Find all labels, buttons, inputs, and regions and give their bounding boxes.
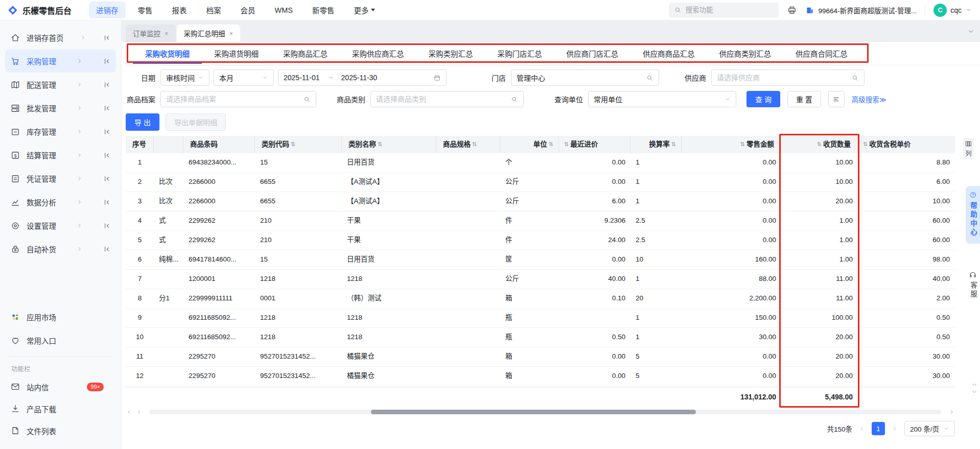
- scroll-up-icon[interactable]: [971, 381, 978, 388]
- scrollbar-track[interactable]: [149, 410, 941, 414]
- unit-select[interactable]: 常用单位: [588, 91, 736, 107]
- table-row[interactable]: 9 69211685092... 1218 1218 瓶 1 150.00: [126, 309, 955, 328]
- product-input[interactable]: [166, 95, 303, 103]
- tab-order-monitor[interactable]: 订单监控 ×: [126, 25, 176, 42]
- collapse-sidebar-icon[interactable]: [103, 222, 111, 230]
- category-field[interactable]: [370, 91, 524, 107]
- topbar-menu-item[interactable]: 进销存: [89, 2, 126, 18]
- column-settings-button[interactable]: 列: [963, 138, 974, 159]
- query-button[interactable]: 查 询: [746, 91, 780, 107]
- collapse-sidebar-icon[interactable]: [103, 57, 111, 65]
- sidebar-item[interactable]: 批发管理: [5, 97, 116, 120]
- sidebar-item[interactable]: 凭证管理: [5, 167, 116, 190]
- subtab[interactable]: 采购门店汇总: [485, 43, 554, 64]
- column-header[interactable]: ⇅ 零售金额: [682, 136, 781, 153]
- sort-icon[interactable]: ⇅: [671, 136, 676, 153]
- period-select[interactable]: 本月: [214, 69, 274, 86]
- table-row[interactable]: 2 比次 2266000 6655 【A测试A】 公斤 0.00 1 0.00: [126, 173, 955, 192]
- date-range-picker[interactable]: 2025-11-01 2025-11-30: [278, 69, 447, 86]
- table-row[interactable]: 8 分1 229999911111 0001 （韩）测试 箱 0.10 20 2…: [126, 289, 955, 309]
- table-row[interactable]: 11 2295270 9527015231452... 橘猫果仓 箱 0.00 …: [126, 347, 955, 367]
- help-center-tab[interactable]: 帮助中心: [966, 186, 980, 244]
- column-header[interactable]: 商品规格 ⇅: [436, 136, 500, 153]
- sort-icon[interactable]: ⇅: [472, 136, 477, 153]
- store-field[interactable]: [511, 69, 659, 86]
- sidebar-item[interactable]: 数据分析: [5, 191, 116, 214]
- collapse-sidebar-icon[interactable]: [103, 151, 111, 159]
- scroll-down-icon[interactable]: [971, 388, 978, 395]
- calendar-icon[interactable]: [433, 74, 441, 82]
- scroll-left-icon[interactable]: [126, 409, 132, 415]
- subtab[interactable]: 采购商品汇总: [271, 43, 340, 64]
- sidebar-item[interactable]: 文件列表: [5, 420, 116, 441]
- collapse-sidebar-icon[interactable]: [103, 198, 111, 206]
- subtab[interactable]: 供应商类别汇总: [707, 43, 784, 64]
- column-header[interactable]: 类别名称 ⇅: [342, 136, 436, 153]
- search-icon[interactable]: [510, 96, 518, 103]
- collapse-sidebar-icon[interactable]: [103, 34, 111, 42]
- sidebar-item[interactable]: 采购管理: [5, 50, 116, 73]
- sort-icon[interactable]: ⇅: [291, 136, 295, 153]
- filter-settings-button[interactable]: [828, 91, 845, 107]
- collapse-sidebar-icon[interactable]: [103, 104, 111, 112]
- search-icon[interactable]: [851, 74, 859, 82]
- column-header[interactable]: 商品条码: [183, 136, 255, 153]
- sort-icon[interactable]: ⇅: [564, 136, 569, 153]
- reset-button[interactable]: 重 置: [787, 91, 821, 107]
- advanced-search-link[interactable]: 高级搜索≫: [852, 94, 886, 104]
- category-input[interactable]: [376, 95, 510, 103]
- collapse-sidebar-icon[interactable]: [103, 128, 111, 136]
- sidebar-item[interactable]: 自动补货: [5, 238, 116, 261]
- table-row[interactable]: 7 1200001 1218 1218 公斤 40.00 1 88.00 1: [126, 270, 955, 289]
- subtab[interactable]: 供应商门店汇总: [554, 43, 631, 64]
- customer-service-button[interactable]: 客服: [966, 271, 979, 299]
- export-button[interactable]: 导 出: [126, 113, 159, 131]
- global-search-input[interactable]: [685, 6, 762, 14]
- table-row[interactable]: 1 69438234000... 15 日用百货 个 0.00 1 0.00: [126, 153, 955, 173]
- collapse-sidebar-icon[interactable]: [103, 175, 111, 183]
- table-row[interactable]: 3 比次 2266000 6655 【A测试A】 公斤 6.00 1 0.00: [126, 192, 955, 211]
- topbar-menu-item[interactable]: 零售: [131, 2, 160, 18]
- column-header[interactable]: ⇅ 最近进价: [559, 136, 631, 153]
- page-size-select[interactable]: 200 条/页: [904, 421, 955, 436]
- subtab[interactable]: 采购收货明细: [133, 43, 202, 64]
- collapse-sidebar-icon[interactable]: [103, 81, 111, 89]
- sort-icon[interactable]: ⇅: [863, 136, 868, 153]
- table-row[interactable]: 13 2295270 9527015231452... 橘猫果仓 箱 0.00 …: [126, 386, 955, 387]
- sidebar-item[interactable]: 产品下载: [5, 398, 116, 419]
- user-menu[interactable]: C cqc: [934, 4, 972, 17]
- next-page-button[interactable]: [891, 425, 898, 432]
- sort-icon[interactable]: ⇅: [549, 136, 553, 153]
- sort-icon[interactable]: ⇅: [817, 136, 822, 153]
- store-input[interactable]: [517, 74, 646, 82]
- tab-purchase-summary-detail[interactable]: 采购汇总明细 ×: [177, 25, 241, 42]
- printer-icon[interactable]: [787, 5, 797, 15]
- subtab[interactable]: 供应商合同汇总: [783, 43, 860, 64]
- supplier-field[interactable]: [711, 69, 865, 86]
- table-row[interactable]: 4 式 2299262 210 干果 件 9.2306 2.5 0.00 1.: [126, 211, 955, 231]
- sidebar-item[interactable]: 站内信 99+: [5, 376, 116, 397]
- table-row[interactable]: 5 式 2299262 210 干果 件 24.00 2.5 0.00 1.0: [126, 231, 955, 250]
- table-row[interactable]: 10 69211685092... 1218 1218 瓶 0.50 1 30.…: [126, 328, 955, 347]
- global-search[interactable]: [669, 3, 779, 18]
- scroll-right-icon[interactable]: [135, 409, 142, 415]
- date-type-select[interactable]: 审核时间: [160, 69, 209, 86]
- topbar-menu-item[interactable]: 报表: [165, 2, 194, 18]
- subtab[interactable]: 采购类别汇总: [416, 43, 485, 64]
- close-icon[interactable]: ×: [165, 30, 169, 37]
- supplier-input[interactable]: [717, 74, 851, 82]
- sidebar-item[interactable]: 进销存首页: [5, 26, 116, 49]
- column-header[interactable]: 类别代码 ⇅: [255, 136, 342, 153]
- date-start[interactable]: 2025-11-01: [284, 74, 320, 82]
- topbar-menu-item[interactable]: WMS: [268, 3, 300, 17]
- sort-icon[interactable]: ⇅: [378, 136, 382, 153]
- sort-icon[interactable]: ⇅: [740, 136, 745, 153]
- topbar-menu-item[interactable]: 会员: [234, 2, 263, 18]
- prev-page-button[interactable]: [858, 425, 866, 432]
- topbar-menu-item[interactable]: 新零售: [305, 2, 342, 18]
- sidebar-item[interactable]: 库存管理: [5, 120, 116, 143]
- table-row[interactable]: 12 2295270 9527015231452... 橘猫果仓 箱 0.00 …: [126, 367, 955, 386]
- column-header[interactable]: 序号: [126, 136, 154, 153]
- scrollbar-thumb[interactable]: [371, 410, 696, 414]
- product-field[interactable]: [160, 91, 316, 107]
